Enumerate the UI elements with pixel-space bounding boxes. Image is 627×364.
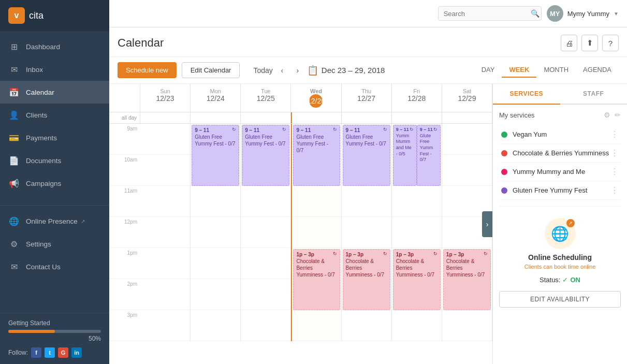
sidebar-footer: Getting Started 50% Follow: f t G in xyxy=(0,313,109,364)
sidebar-item-contact-us[interactable]: ✉ Contact Us xyxy=(0,255,109,278)
search-input[interactable] xyxy=(444,10,531,18)
calendar-picker-icon[interactable]: 📋 xyxy=(307,65,318,76)
time-10am: 10am xyxy=(109,155,140,186)
settings-icon: ⚙ xyxy=(8,238,20,250)
time-9am: 9am xyxy=(109,124,140,155)
service-item-yummy-mummy[interactable]: Yummy Mummy and Me ⋮ xyxy=(499,163,621,181)
service-color-dot xyxy=(501,187,507,194)
avatar: MY xyxy=(547,5,563,22)
check-icon: ✓ xyxy=(562,276,568,284)
time-3pm: 3pm xyxy=(109,310,140,341)
event-choc-thu[interactable]: ↻ 1p – 3p Chocolate & Berries Yumminess … xyxy=(343,249,390,310)
event-gluten-wed[interactable]: ↻ 9 – 11 Gluten Free Yummy Fest - 0/7 xyxy=(293,125,340,186)
facebook-icon[interactable]: f xyxy=(31,347,41,358)
sidebar-item-payments[interactable]: 💳 Payments xyxy=(0,126,109,149)
progress-bar-fill xyxy=(8,330,55,333)
toggle-panel-button[interactable]: › xyxy=(482,211,492,237)
time-column: 9am 10am 11am 12pm 1pm 2pm 3pm xyxy=(109,124,140,341)
today-button[interactable]: Today xyxy=(253,66,272,75)
all-day-cell-thu xyxy=(342,112,392,123)
service-more-icon[interactable]: ⋮ xyxy=(610,148,619,158)
print-button[interactable]: 🖨 xyxy=(561,35,577,51)
tab-services[interactable]: SERVICES xyxy=(493,84,560,105)
tab-week[interactable]: WEEK xyxy=(502,63,536,78)
event-gluten-fri[interactable]: ↻ 9 – 11 Yumm Mumm and Me - 0/5 xyxy=(393,125,417,186)
day-header-fri: Fri 12/28 xyxy=(392,84,442,112)
service-item-gluten-free[interactable]: Gluten Free Yummy Fest ⋮ xyxy=(499,181,621,200)
sidebar-item-dashboard[interactable]: ⊞ Dashboard xyxy=(0,35,109,58)
next-arrow[interactable]: › xyxy=(291,64,304,77)
google-plus-icon[interactable]: G xyxy=(58,347,68,358)
event-gluten-thu[interactable]: ↻ 9 – 11 Gluten Free Yummy Fest - 0/7 xyxy=(343,125,390,186)
sidebar-logo: v cita xyxy=(0,0,109,31)
sidebar-item-inbox[interactable]: ✉ Inbox xyxy=(0,58,109,81)
refresh-icon: ↻ xyxy=(433,127,438,133)
service-more-icon[interactable]: ⋮ xyxy=(610,129,619,139)
top-header: 🔍 MY Mymy Yummy ▼ xyxy=(109,0,627,27)
day-col-sun[interactable] xyxy=(140,124,191,341)
follow-label: Follow: xyxy=(8,349,28,356)
day-col-fri[interactable]: ↻ 9 – 11 Yumm Mumm and Me - 0/5 ↻ 9 – 11… xyxy=(392,124,442,341)
edit-pen-icon[interactable]: ✏ xyxy=(615,111,621,119)
main-content: 🔍 MY Mymy Yummy ▼ Calendar 🖨 ⬆ ? Schedul… xyxy=(109,0,627,364)
service-item-vegan[interactable]: Vegan Yum ⋮ xyxy=(499,125,621,144)
twitter-icon[interactable]: t xyxy=(45,347,55,358)
sidebar-item-label: Settings xyxy=(26,240,51,248)
schedule-new-button[interactable]: Schedule new xyxy=(118,62,177,78)
settings-wheel-icon[interactable]: ⚙ xyxy=(604,111,610,119)
user-area[interactable]: MY Mymy Yummy ▼ xyxy=(547,5,619,22)
refresh-icon: ↻ xyxy=(484,251,488,257)
event-gluten-tue[interactable]: ↻ 9 – 11 Gluten Free Yummy Fest - 0/7 xyxy=(242,125,289,186)
all-day-label: all day xyxy=(109,112,140,123)
header-icons: 🖨 ⬆ ? xyxy=(561,35,619,51)
edit-calendar-button[interactable]: Edit Calendar xyxy=(182,62,240,78)
sidebar-item-label: Contact Us xyxy=(26,263,61,271)
event-gluten-fri2[interactable]: ↻ 9 – 11 Glute Free Yumm Fest - 0/7 xyxy=(417,125,441,186)
day-col-mon[interactable]: ↻ 9 – 11 Gluten Free Yummy Fest - 0/7 xyxy=(191,124,241,341)
day-header-thu: Thu 12/27 xyxy=(342,84,392,112)
contact-icon: ✉ xyxy=(8,261,20,272)
day-header-wed: Wed 12/26 xyxy=(291,84,341,112)
service-more-icon[interactable]: ⋮ xyxy=(610,185,619,195)
status-label: Status: xyxy=(539,276,560,284)
user-name: Mymy Yummy xyxy=(567,10,609,18)
linkedin-icon[interactable]: in xyxy=(71,347,82,358)
sidebar-item-label: Online Presence xyxy=(26,217,78,225)
sidebar-item-label: Campaigns xyxy=(26,180,61,187)
export-button[interactable]: ⬆ xyxy=(581,35,598,51)
sidebar-item-clients[interactable]: 👤 Clients xyxy=(0,104,109,126)
event-choc-fri[interactable]: ↻ 1p – 3p Chocolate & Berries Yumminess … xyxy=(393,249,441,310)
event-gluten-mon[interactable]: ↻ 9 – 11 Gluten Free Yummy Fest - 0/7 xyxy=(192,125,239,186)
refresh-icon: ↻ xyxy=(232,127,236,133)
day-header-mon: Mon 12/24 xyxy=(191,84,241,112)
status-row: Status: ✓ ON xyxy=(499,276,621,284)
day-col-thu[interactable]: ↻ 9 – 11 Gluten Free Yummy Fest - 0/7 ↻ … xyxy=(342,124,392,341)
tab-month[interactable]: MONTH xyxy=(536,63,576,78)
tab-staff[interactable]: STAFF xyxy=(560,84,628,104)
sidebar-item-documents[interactable]: 📄 Documents xyxy=(0,149,109,172)
tab-day[interactable]: DAY xyxy=(474,63,502,78)
search-box[interactable]: 🔍 xyxy=(438,6,542,21)
help-button[interactable]: ? xyxy=(602,35,619,51)
calendar-grid-container[interactable]: Sun 12/23 Mon 12/24 Tue 12/25 Wed xyxy=(109,84,492,364)
service-item-chocolate[interactable]: Chocolate & Berries Yumminess ⋮ xyxy=(499,144,621,163)
refresh-icon: ↻ xyxy=(383,251,387,257)
sidebar-item-calendar[interactable]: 📅 Calendar xyxy=(0,81,109,104)
edit-availability-button[interactable]: EDIT AVAILABILITY xyxy=(499,291,621,308)
search-icon[interactable]: 🔍 xyxy=(531,9,539,18)
event-choc-sat[interactable]: ↻ 1p – 3p Chocolate & Berries Yumminess … xyxy=(443,249,491,310)
sidebar-item-settings[interactable]: ⚙ Settings xyxy=(0,232,109,255)
day-col-wed[interactable]: ↻ 9 – 11 Gluten Free Yummy Fest - 0/7 ↻ … xyxy=(291,124,341,341)
day-col-tue[interactable]: ↻ 9 – 11 Gluten Free Yummy Fest - 0/7 xyxy=(241,124,291,341)
prev-arrow[interactable]: ‹ xyxy=(276,64,288,77)
all-day-cell-fri xyxy=(392,112,442,123)
service-more-icon[interactable]: ⋮ xyxy=(610,167,619,177)
sidebar-item-campaigns[interactable]: 📢 Campaigns xyxy=(0,172,109,195)
event-choc-wed[interactable]: ↻ 1p – 3p Chocolate & Berries Yumminess … xyxy=(293,249,340,310)
sidebar-item-online-presence[interactable]: 🌐 Online Presence ↗ xyxy=(0,210,109,232)
refresh-icon: ↻ xyxy=(433,251,438,257)
panel-content: My services ⚙ ✏ Vegan Yum ⋮ Chocolate & … xyxy=(493,105,627,364)
tab-agenda[interactable]: AGENDA xyxy=(576,63,619,78)
inbox-icon: ✉ xyxy=(8,64,20,75)
day-header-tue: Tue 12/25 xyxy=(241,84,291,112)
